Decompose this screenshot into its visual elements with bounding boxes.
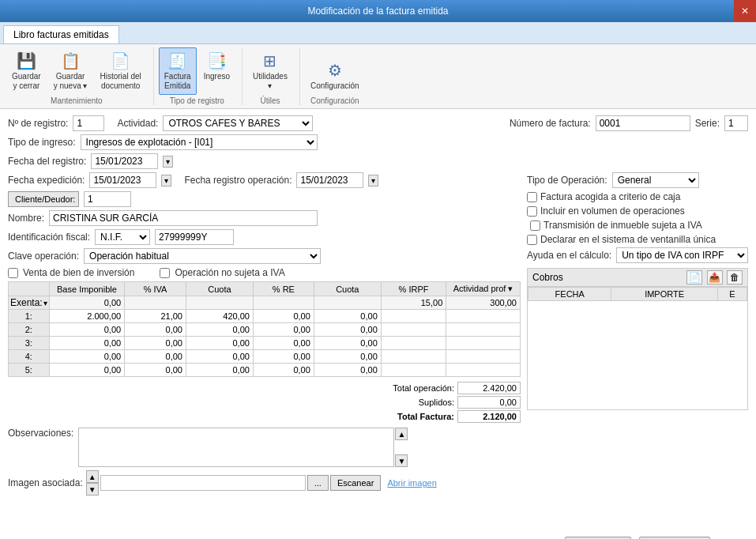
row3-pct-iva[interactable] [126, 338, 184, 348]
actividad-select[interactable]: OTROS CAFES Y BARES [163, 115, 313, 131]
row5-cuota-iva[interactable] [188, 365, 251, 375]
row2-pct-iva[interactable] [126, 325, 184, 334]
table-row: 4: [9, 350, 521, 364]
serie-input[interactable] [724, 115, 748, 131]
incluir-volumen-checkbox[interactable] [527, 206, 537, 217]
tipo-ingreso-select[interactable]: Ingresos de explotación - [I01] [81, 134, 318, 150]
tab-libro-facturas[interactable]: Libro facturas emitidas [3, 25, 119, 43]
exenta-base-cell[interactable] [49, 296, 124, 310]
historial-button[interactable]: 📄 Historial deldocumento [95, 47, 147, 95]
row-registro: Nº de registro: Actividad: OTROS CAFES Y… [8, 115, 748, 131]
cobros-title: Cobros [532, 272, 563, 283]
row2-pct-re[interactable] [255, 325, 312, 334]
fecha-registro-picker[interactable]: ▾ [163, 156, 173, 168]
n-registro-input[interactable] [73, 115, 104, 131]
abrir-imagen-link[interactable]: Abrir imagen [387, 478, 436, 488]
row-checkboxes-venta: Venta de bien de inversión Operación no … [8, 267, 521, 278]
imagen-path-input[interactable] [100, 475, 306, 491]
ayuda-label: Ayuda en el cálculo: [527, 250, 611, 261]
factura-emitida-button[interactable]: 🧾 FacturaEmitida [159, 47, 197, 95]
close-button[interactable]: ✕ [734, 0, 756, 22]
factura-acogida-checkbox[interactable] [527, 192, 537, 202]
tipo-operacion-select[interactable]: General [612, 172, 699, 188]
row4-base[interactable] [51, 352, 122, 361]
cobros-e-header: E [717, 288, 747, 301]
nombre-input[interactable] [49, 210, 318, 226]
row3-cuota-re[interactable] [316, 338, 379, 348]
cliente-deudor-input[interactable] [84, 191, 131, 207]
row-identificacion: Identificación fiscal: N.I.F. [8, 229, 521, 245]
nombre-label: Nombre: [8, 213, 44, 224]
th-pct-irpf: % IRPF [381, 282, 446, 296]
row5-pct-re[interactable] [255, 365, 312, 375]
row1-base[interactable] [51, 311, 122, 321]
cliente-deudor-button[interactable]: Cliente/Deudor: [8, 191, 79, 207]
row3-cuota-iva[interactable] [188, 338, 251, 348]
imagen-scroll-down[interactable]: ▼ [86, 483, 99, 496]
row5-pct-iva[interactable] [126, 365, 184, 375]
observaciones-textarea[interactable] [78, 428, 394, 467]
row2-cuota-iva[interactable] [188, 325, 251, 334]
toolbar-group-tipo-registro: 🧾 FacturaEmitida 📑 Ingreso Tipo de regis… [159, 47, 243, 105]
actividad-prof-cell[interactable] [446, 296, 521, 310]
identificacion-tipo-select[interactable]: N.I.F. [95, 229, 150, 245]
cobros-export-icon[interactable]: 📤 [707, 270, 723, 285]
utilidades-button[interactable]: ⊞ Utilidades▾ [247, 47, 293, 95]
row4-cuota-re[interactable] [316, 352, 379, 361]
cobros-delete-icon[interactable]: 🗑 [727, 270, 743, 285]
exenta-base-input[interactable] [51, 298, 122, 307]
obs-scroll-down[interactable]: ▼ [395, 454, 408, 467]
irpf-input[interactable] [383, 298, 445, 307]
actividad-prof-input[interactable] [448, 298, 518, 307]
toolbar: 💾 Guardary cerrar 📋 Guardary nueva ▾ 📄 H… [0, 44, 756, 109]
total-operacion-value[interactable] [457, 382, 521, 394]
row5-base[interactable] [51, 365, 122, 375]
ayuda-select[interactable]: Un tipo de IVA con IRPF [616, 247, 748, 263]
row2-cuota-re[interactable] [316, 325, 379, 334]
row3-base[interactable] [51, 338, 122, 348]
obs-scroll-up[interactable]: ▲ [395, 428, 408, 440]
guardar-cerrar-button[interactable]: 💾 Guardary cerrar [6, 47, 47, 95]
irpf-cell[interactable] [381, 296, 446, 310]
ingreso-button[interactable]: 📑 Ingreso [198, 47, 235, 95]
transmision-label: Transmisión de inmueble sujeta a IVA [543, 220, 702, 231]
fecha-expedicion-input[interactable] [89, 172, 156, 188]
operacion-no-sujeta-checkbox[interactable] [160, 268, 170, 278]
numero-factura-input[interactable] [596, 115, 690, 131]
configuracion-button[interactable]: ⚙ Configuración [305, 57, 365, 95]
row1-cuota-re[interactable] [316, 311, 379, 321]
operacion-no-sujeta-label: Operación no sujeta a IVA [175, 267, 284, 278]
row5-cuota-re[interactable] [316, 365, 379, 375]
row4-pct-iva[interactable] [126, 352, 184, 361]
row4-label: 4: [9, 350, 50, 364]
row2-base[interactable] [51, 325, 122, 334]
row1-pct-re[interactable] [255, 311, 312, 321]
th-actividad-prof[interactable]: Actividad prof ▾ [446, 282, 521, 296]
clave-select[interactable]: Operación habitual [84, 248, 321, 264]
fecha-reg-op-picker[interactable]: ▾ [368, 175, 378, 187]
fecha-expedicion-label: Fecha expedición: [8, 175, 85, 186]
cobros-panel: Cobros 📄 📤 🗑 FECHA IMPORTE E [527, 268, 748, 410]
fecha-registro-input[interactable] [91, 153, 158, 169]
fecha-expedicion-picker[interactable]: ▾ [161, 175, 171, 187]
imagen-browse-button[interactable]: ... [307, 475, 329, 491]
row1-cuota-iva[interactable] [188, 311, 251, 321]
cobros-add-icon[interactable]: 📄 [686, 270, 702, 285]
row1-pct-iva[interactable] [126, 311, 184, 321]
fecha-reg-op-input[interactable] [296, 172, 363, 188]
guardar-nueva-button[interactable]: 📋 Guardary nueva ▾ [48, 47, 93, 95]
row4-cuota-iva[interactable] [188, 352, 251, 361]
imagen-scroll-up[interactable]: ▲ [86, 470, 99, 483]
exenta-dropdown-btn[interactable]: ▾ [43, 299, 47, 307]
row3-pct-re[interactable] [255, 338, 312, 348]
suplidos-value[interactable] [457, 396, 521, 409]
declarar-checkbox[interactable] [527, 235, 537, 245]
total-factura-value[interactable] [457, 410, 521, 423]
row4-pct-re[interactable] [255, 352, 312, 361]
venta-bien-checkbox[interactable] [8, 268, 18, 278]
transmision-checkbox[interactable] [530, 220, 540, 231]
escanear-button[interactable]: Escanear [330, 475, 381, 491]
row-declarar: Declarar en el sistema de ventanilla úni… [527, 234, 748, 245]
identificacion-value-input[interactable] [155, 229, 234, 245]
exenta-empty2 [186, 296, 253, 310]
